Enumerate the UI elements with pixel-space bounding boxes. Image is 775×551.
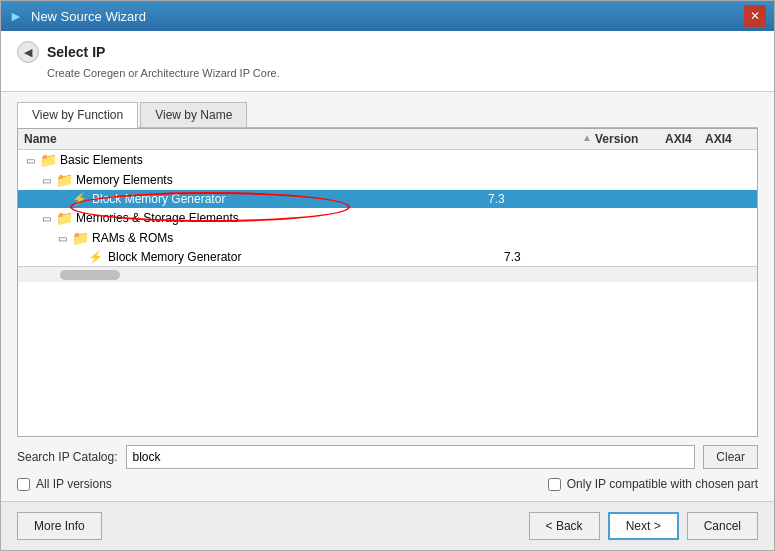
item-icon-bmg2: ⚡ [88, 250, 106, 264]
search-label: Search IP Catalog: [17, 450, 118, 464]
horizontal-scrollbar[interactable] [18, 266, 757, 282]
footer-left: More Info [17, 512, 102, 540]
page-title: Select IP [47, 44, 105, 60]
all-ip-label: All IP versions [36, 477, 112, 491]
tree-row-memory-elements[interactable]: ▭ 📁 Memory Elements [18, 170, 757, 190]
close-button[interactable]: ✕ [744, 5, 766, 27]
tree-label-bmg1: Block Memory Generator [92, 192, 488, 206]
content-area: View by Function View by Name Name ▲ Ver… [1, 92, 774, 501]
tree-col-axi4: AXI4 [665, 132, 705, 146]
compatible-label: Only IP compatible with chosen part [567, 477, 758, 491]
page-subtitle: Create Coregen or Architecture Wizard IP… [47, 67, 758, 79]
folder-icon-memory: 📁 [56, 172, 74, 188]
tree-label-memory: Memory Elements [76, 173, 472, 187]
folder-icon-storage: 📁 [56, 210, 74, 226]
tree-label-storage: Memories & Storage Elements [76, 211, 472, 225]
sort-indicator: ▲ [579, 132, 595, 146]
header-top: ◀ Select IP [17, 41, 758, 63]
expand-icon-storage: ▭ [42, 213, 56, 224]
tree-scroll-area[interactable]: ▭ 📁 Basic Elements ▭ 📁 [18, 150, 757, 266]
options-row: All IP versions Only IP compatible with … [17, 477, 758, 491]
next-button[interactable]: Next > [608, 512, 679, 540]
footer-right: < Back Next > Cancel [529, 512, 758, 540]
ip-tree-panel: Name ▲ Version AXI4 AXI4 ▭ 📁 [17, 128, 758, 437]
tree-row-rams-roms[interactable]: ▭ 📁 RAMs & ROMs [18, 228, 757, 248]
tab-bar: View by Function View by Name [17, 102, 758, 128]
expand-icon-rams: ▭ [58, 233, 72, 244]
all-ip-versions-option[interactable]: All IP versions [17, 477, 112, 491]
title-bar: ► New Source Wizard ✕ [1, 1, 774, 31]
scroll-space [735, 132, 751, 146]
cancel-button[interactable]: Cancel [687, 512, 758, 540]
tab-by-function[interactable]: View by Function [17, 102, 138, 128]
tree-col-axil: AXI4 [705, 132, 735, 146]
header-section: ◀ Select IP Create Coregen or Architectu… [1, 31, 774, 92]
tree-row-block-mem-gen-1[interactable]: ⚡ Block Memory Generator 7.3 [18, 190, 757, 208]
tree-row-memories-storage[interactable]: ▭ 📁 Memories & Storage Elements [18, 208, 757, 228]
window-title: New Source Wizard [31, 9, 146, 24]
all-ip-checkbox[interactable] [17, 478, 30, 491]
expand-icon-basic: ▭ [26, 155, 40, 166]
tree-label-basic: Basic Elements [60, 153, 456, 167]
tab-by-name[interactable]: View by Name [140, 102, 247, 127]
tree-col-name: Name [24, 132, 579, 146]
folder-icon-rams: 📁 [72, 230, 90, 246]
more-info-button[interactable]: More Info [17, 512, 102, 540]
tree-label-bmg2: Block Memory Generator [108, 250, 504, 264]
back-button[interactable]: < Back [529, 512, 600, 540]
tree-body-container: ▭ 📁 Basic Elements ▭ 📁 [18, 150, 757, 266]
folder-icon-basic: 📁 [40, 152, 58, 168]
tree-col-version: Version [595, 132, 665, 146]
tree-label-rams: RAMs & ROMs [92, 231, 488, 245]
tree-header: Name ▲ Version AXI4 AXI4 [18, 129, 757, 150]
clear-button[interactable]: Clear [703, 445, 758, 469]
search-input[interactable] [126, 445, 696, 469]
footer: More Info < Back Next > Cancel [1, 501, 774, 550]
compatible-only-checkbox[interactable] [548, 478, 561, 491]
back-nav-button[interactable]: ◀ [17, 41, 39, 63]
tree-row-basic-elements[interactable]: ▭ 📁 Basic Elements [18, 150, 757, 170]
search-row: Search IP Catalog: Clear [17, 445, 758, 469]
item-icon-bmg1: ⚡ [72, 192, 90, 206]
main-window: ► New Source Wizard ✕ ◀ Select IP Create… [0, 0, 775, 551]
version-bmg2: 7.3 [504, 250, 574, 264]
title-bar-left: ► New Source Wizard [9, 8, 146, 24]
scrollbar-thumb[interactable] [60, 270, 120, 280]
tree-row-block-mem-gen-2[interactable]: ⚡ Block Memory Generator 7.3 [18, 248, 757, 266]
expand-icon-memory: ▭ [42, 175, 56, 186]
version-bmg1: 7.3 [488, 192, 558, 206]
compatible-only-option[interactable]: Only IP compatible with chosen part [548, 477, 758, 491]
app-icon: ► [9, 8, 25, 24]
